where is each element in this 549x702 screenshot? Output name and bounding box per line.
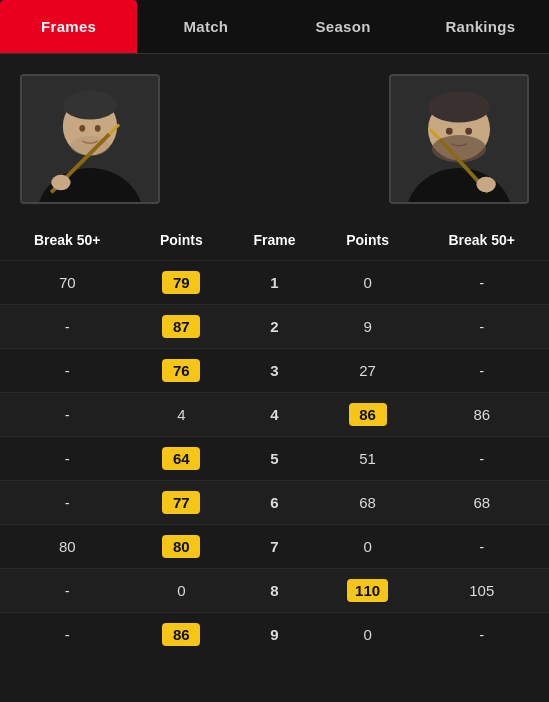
- stats-table: Break 50+ Points Frame Points Break 50+ …: [0, 224, 549, 656]
- table-row: -8690-: [0, 613, 549, 657]
- table-row: -448686: [0, 393, 549, 437]
- highlight-badge: 77: [162, 491, 200, 514]
- right-break-cell: -: [414, 525, 549, 569]
- right-break-cell: 68: [414, 481, 549, 525]
- right-break-cell: -: [414, 305, 549, 349]
- left-points-cell: 77: [134, 481, 228, 525]
- col-header-left-points: Points: [134, 224, 228, 261]
- highlight-badge: 110: [347, 579, 388, 602]
- right-break-cell: -: [414, 437, 549, 481]
- right-break-cell: -: [414, 349, 549, 393]
- table-row: 808070-: [0, 525, 549, 569]
- right-points-cell: 0: [321, 261, 415, 305]
- svg-point-15: [446, 128, 453, 135]
- frame-number-cell: 3: [228, 349, 320, 393]
- col-header-left-break: Break 50+: [0, 224, 134, 261]
- player-right-photo: [389, 74, 529, 204]
- frame-number-cell: 7: [228, 525, 320, 569]
- frame-number-cell: 8: [228, 569, 320, 613]
- table-row: -64551-: [0, 437, 549, 481]
- left-break-cell: -: [0, 437, 134, 481]
- right-points-cell: 0: [321, 613, 415, 657]
- frame-number-cell: 2: [228, 305, 320, 349]
- highlight-badge: 80: [162, 535, 200, 558]
- frame-number-cell: 5: [228, 437, 320, 481]
- frame-number-cell: 6: [228, 481, 320, 525]
- right-points-cell: 68: [321, 481, 415, 525]
- svg-point-19: [476, 177, 495, 193]
- table-row: -8729-: [0, 305, 549, 349]
- highlight-badge: 86: [162, 623, 200, 646]
- table-row: -08110105: [0, 569, 549, 613]
- left-break-cell: 70: [0, 261, 134, 305]
- left-break-cell: -: [0, 569, 134, 613]
- right-break-cell: 105: [414, 569, 549, 613]
- player-left-photo: [20, 74, 160, 204]
- right-points-cell: 110: [321, 569, 415, 613]
- col-header-right-points: Points: [321, 224, 415, 261]
- right-break-cell: 86: [414, 393, 549, 437]
- right-points-cell: 86: [321, 393, 415, 437]
- frame-number-cell: 9: [228, 613, 320, 657]
- left-points-cell: 76: [134, 349, 228, 393]
- svg-point-5: [95, 125, 101, 132]
- left-points-cell: 79: [134, 261, 228, 305]
- highlight-badge: 64: [162, 447, 200, 470]
- left-break-cell: 80: [0, 525, 134, 569]
- right-points-cell: 27: [321, 349, 415, 393]
- tab-match[interactable]: Match: [137, 0, 274, 53]
- left-points-cell: 0: [134, 569, 228, 613]
- left-points-cell: 86: [134, 613, 228, 657]
- svg-point-16: [465, 128, 472, 135]
- svg-point-13: [428, 92, 490, 123]
- svg-point-3: [63, 91, 117, 120]
- col-header-frame: Frame: [228, 224, 320, 261]
- right-points-cell: 0: [321, 525, 415, 569]
- left-points-cell: 64: [134, 437, 228, 481]
- right-break-cell: -: [414, 261, 549, 305]
- table-row: -7766868: [0, 481, 549, 525]
- tab-rankings[interactable]: Rankings: [412, 0, 549, 53]
- left-points-cell: 80: [134, 525, 228, 569]
- svg-point-4: [79, 125, 85, 132]
- tab-season[interactable]: Season: [275, 0, 412, 53]
- frame-number-cell: 1: [228, 261, 320, 305]
- svg-point-9: [51, 175, 70, 191]
- frame-number-cell: 4: [228, 393, 320, 437]
- highlight-badge: 79: [162, 271, 200, 294]
- right-break-cell: -: [414, 613, 549, 657]
- left-points-cell: 87: [134, 305, 228, 349]
- players-section: [0, 54, 549, 214]
- right-points-cell: 9: [321, 305, 415, 349]
- tab-bar: Frames Match Season Rankings: [0, 0, 549, 54]
- left-break-cell: -: [0, 481, 134, 525]
- left-break-cell: -: [0, 393, 134, 437]
- highlight-badge: 86: [349, 403, 387, 426]
- table-row: -76327-: [0, 349, 549, 393]
- table-row: 707910-: [0, 261, 549, 305]
- left-break-cell: -: [0, 613, 134, 657]
- highlight-badge: 87: [162, 315, 200, 338]
- col-header-right-break: Break 50+: [414, 224, 549, 261]
- left-break-cell: -: [0, 349, 134, 393]
- right-points-cell: 51: [321, 437, 415, 481]
- left-points-cell: 4: [134, 393, 228, 437]
- tab-frames[interactable]: Frames: [0, 0, 137, 53]
- left-break-cell: -: [0, 305, 134, 349]
- highlight-badge: 76: [162, 359, 200, 382]
